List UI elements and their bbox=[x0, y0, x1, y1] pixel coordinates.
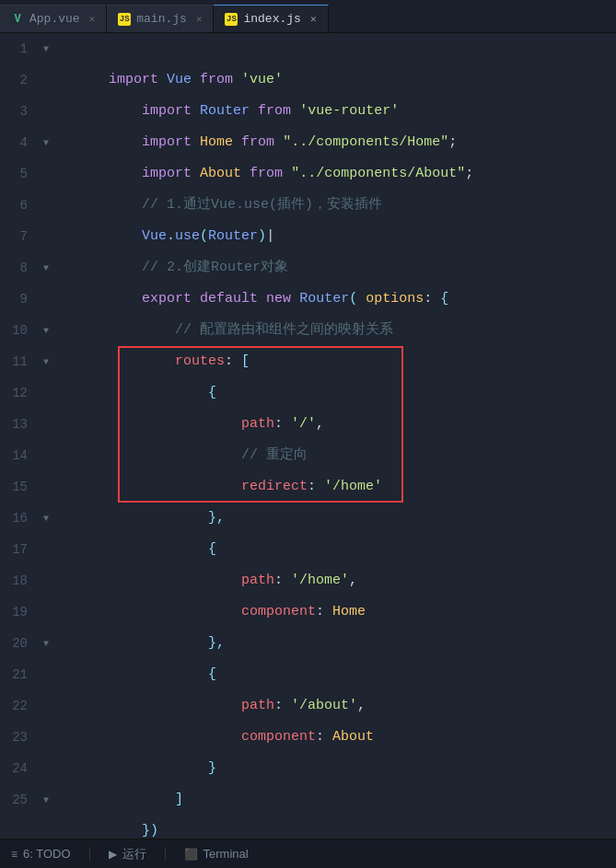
gutter-6 bbox=[37, 190, 55, 221]
tab-app-vue-close[interactable]: ✕ bbox=[89, 13, 96, 25]
tab-app-vue-label: App.vue bbox=[29, 12, 80, 26]
fold-icon-25[interactable]: ▼ bbox=[37, 784, 55, 816]
line-num-13: 13 bbox=[0, 409, 28, 440]
gutter-13 bbox=[37, 409, 55, 440]
line-num-22: 22 bbox=[0, 690, 28, 722]
code-line-11: { bbox=[59, 346, 616, 377]
terminal-icon: ⬛ bbox=[184, 848, 198, 861]
tab-app-vue[interactable]: V App.vue ✕ bbox=[0, 5, 107, 32]
line-num-21: 21 bbox=[0, 659, 28, 690]
js-icon-main: JS bbox=[118, 13, 131, 26]
gutter-23 bbox=[37, 722, 55, 753]
fold-icon-11[interactable]: ▼ bbox=[37, 346, 55, 377]
line-num-19: 19 bbox=[0, 596, 28, 628]
gutter-17 bbox=[37, 534, 55, 565]
gutter-7 bbox=[37, 221, 55, 252]
fold-icon-1[interactable]: ▼ bbox=[37, 33, 55, 64]
code-line-9: // 配置路由和组件之间的映射关系 bbox=[59, 284, 616, 315]
gutter-3 bbox=[37, 96, 55, 127]
tab-main-js-label: main.js bbox=[136, 12, 187, 26]
run-label: 运行 bbox=[122, 846, 146, 862]
fold-icon-20[interactable]: ▼ bbox=[37, 628, 55, 659]
line-num-25: 25 bbox=[0, 784, 28, 816]
code-line-10: routes: [ bbox=[59, 315, 616, 346]
code-area[interactable]: import Vue from 'vue' import Router from… bbox=[55, 33, 616, 839]
gutter-15 bbox=[37, 471, 55, 503]
todo-icon: ≡ bbox=[11, 848, 17, 861]
line-num-1: 1 bbox=[0, 33, 28, 64]
status-divider-2 bbox=[165, 847, 166, 862]
line-num-2: 2 bbox=[0, 64, 28, 96]
line-num-12: 12 bbox=[0, 377, 28, 409]
gutter-22 bbox=[37, 690, 55, 722]
line-num-8: 8 bbox=[0, 252, 28, 284]
status-run[interactable]: ▶ 运行 bbox=[109, 846, 146, 862]
gutter: ▼ ▼ ▼ ▼ ▼ ▼ ▼ ▼ bbox=[37, 33, 55, 839]
code-line-1: import Vue from 'vue' bbox=[59, 33, 616, 64]
fold-icon-8[interactable]: ▼ bbox=[37, 252, 55, 284]
gutter-14 bbox=[37, 440, 55, 471]
fold-icon-16[interactable]: ▼ bbox=[37, 503, 55, 534]
terminal-label: Terminal bbox=[203, 847, 249, 861]
code-line-4: import About from "../components/About"; bbox=[59, 127, 616, 158]
code-line-14: redirect: '/home' bbox=[59, 440, 616, 471]
code-line-24: ] bbox=[59, 753, 616, 784]
gutter-9 bbox=[37, 284, 55, 315]
status-bar: ≡ 6: TODO ▶ 运行 ⬛ Terminal bbox=[0, 839, 616, 868]
line-num-24: 24 bbox=[0, 753, 28, 784]
tab-bar: V App.vue ✕ JS main.js ✕ JS index.js ✕ bbox=[0, 0, 616, 33]
code-line-16: { bbox=[59, 503, 616, 534]
line-num-7: 7 bbox=[0, 221, 28, 252]
line-num-23: 23 bbox=[0, 722, 28, 753]
gutter-19 bbox=[37, 596, 55, 628]
gutter-2 bbox=[37, 64, 55, 96]
code-line-2: import Router from 'vue-router' bbox=[59, 64, 616, 96]
gutter-12 bbox=[37, 377, 55, 409]
code-line-12: path: '/', bbox=[59, 377, 616, 409]
gutter-18 bbox=[37, 565, 55, 596]
line-numbers: 1 2 3 4 5 6 7 8 9 10 11 12 13 14 15 16 1… bbox=[0, 33, 37, 839]
line-num-14: 14 bbox=[0, 440, 28, 471]
todo-label: 6: TODO bbox=[23, 847, 71, 861]
code-line-25: }) bbox=[59, 784, 616, 816]
line-num-15: 15 bbox=[0, 471, 28, 503]
code-line-7: // 2.创建Router对象 bbox=[59, 221, 616, 252]
run-icon: ▶ bbox=[109, 848, 117, 861]
line-num-17: 17 bbox=[0, 534, 28, 565]
gutter-21 bbox=[37, 659, 55, 690]
line-num-6: 6 bbox=[0, 190, 28, 221]
tab-main-js-close[interactable]: ✕ bbox=[196, 13, 203, 25]
line-num-11: 11 bbox=[0, 346, 28, 377]
gutter-24 bbox=[37, 753, 55, 784]
tab-index-js[interactable]: JS index.js ✕ bbox=[214, 5, 328, 32]
code-line-23: } bbox=[59, 722, 616, 753]
code-line-22: component: About bbox=[59, 690, 616, 722]
code-line-13: // 重定向 bbox=[59, 409, 616, 440]
code-line-6: Vue.use(Router)| bbox=[59, 190, 616, 221]
fold-icon-4[interactable]: ▼ bbox=[37, 127, 55, 158]
tab-index-js-close[interactable]: ✕ bbox=[310, 13, 317, 25]
line-num-4: 4 bbox=[0, 127, 28, 158]
code-line-3: import Home from "../components/Home"; bbox=[59, 96, 616, 127]
tab-main-js[interactable]: JS main.js ✕ bbox=[107, 5, 214, 32]
code-line-19: }, bbox=[59, 596, 616, 628]
line-num-5: 5 bbox=[0, 158, 28, 190]
line-num-10: 10 bbox=[0, 315, 28, 346]
line-num-3: 3 bbox=[0, 96, 28, 127]
code-line-21: path: '/about', bbox=[59, 659, 616, 690]
code-line-8: export default new Router( options: { bbox=[59, 252, 616, 284]
js-icon-index: JS bbox=[225, 13, 238, 26]
code-line-18: component: Home bbox=[59, 565, 616, 596]
gutter-5 bbox=[37, 158, 55, 190]
line-num-18: 18 bbox=[0, 565, 28, 596]
code-line-5: // 1.通过Vue.use(插件)，安装插件 bbox=[59, 158, 616, 190]
code-line-17: path: '/home', bbox=[59, 534, 616, 565]
status-terminal[interactable]: ⬛ Terminal bbox=[184, 847, 249, 861]
line-num-16: 16 bbox=[0, 503, 28, 534]
status-divider-1 bbox=[89, 847, 90, 862]
fold-icon-10[interactable]: ▼ bbox=[37, 315, 55, 346]
vue-icon: V bbox=[11, 13, 24, 26]
tab-index-js-label: index.js bbox=[243, 12, 300, 26]
code-line-15: }, bbox=[59, 471, 616, 503]
status-todo[interactable]: ≡ 6: TODO bbox=[11, 847, 71, 861]
